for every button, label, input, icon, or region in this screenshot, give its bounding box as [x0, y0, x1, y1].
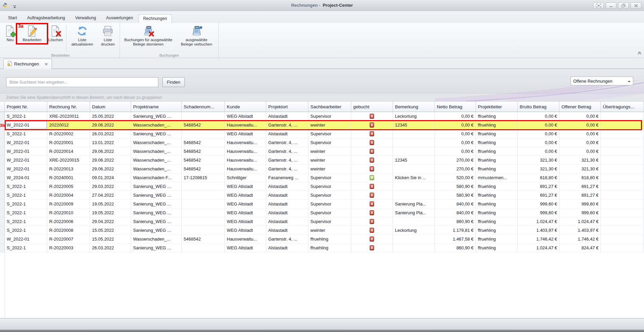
- table-row-highlighted[interactable]: 3bW_2022-012022001229.06.2022Wasserschad…: [0, 121, 644, 130]
- column-header-13[interactable]: Offener Betrag: [559, 101, 601, 112]
- grid-cell[interactable]: Wasserschaden_...: [131, 147, 182, 156]
- grid-cell[interactable]: [393, 130, 435, 138]
- grid-cell[interactable]: Alstastadt: [266, 209, 308, 217]
- grid-cell[interactable]: Hausverwaltu...: [225, 121, 266, 130]
- grid-cell[interactable]: ffruehling: [476, 147, 518, 156]
- grid-cell[interactable]: [601, 226, 644, 235]
- grid-cell[interactable]: 29.03.2022: [90, 182, 131, 191]
- grid-cell[interactable]: [393, 147, 435, 156]
- grid-cell[interactable]: Leckortung: [393, 112, 435, 121]
- grid-cell[interactable]: [601, 121, 644, 130]
- grid-cell[interactable]: 270,00 €: [435, 165, 476, 173]
- grid-cell[interactable]: 26.03.2022: [90, 130, 131, 138]
- grid-cell[interactable]: Sanierung_WEG ...: [131, 112, 182, 121]
- grid-cell[interactable]: Alstastadt: [266, 182, 308, 191]
- column-header-9[interactable]: Bemerkung: [393, 101, 435, 112]
- grid-cell[interactable]: [393, 244, 435, 252]
- grid-cell[interactable]: R-20220005: [47, 182, 90, 191]
- grid-cell[interactable]: 12345: [393, 121, 435, 130]
- grid-cell[interactable]: WEG Altstadt: [225, 200, 266, 209]
- table-row[interactable]: W_2022-01R-2022001429.06.2022Wasserschad…: [0, 147, 644, 156]
- minimize-button[interactable]: [606, 2, 616, 9]
- grid-cell[interactable]: Sanierung_WEG ...: [131, 200, 182, 209]
- grid-cell[interactable]: ffruehling: [476, 182, 518, 191]
- grid-cell[interactable]: [351, 191, 393, 200]
- grid-cell[interactable]: 999,60 €: [518, 200, 559, 209]
- grid-cell[interactable]: [601, 165, 644, 173]
- grid-cell[interactable]: [601, 235, 644, 244]
- grid-cell[interactable]: Hausverwaltu...: [225, 156, 266, 165]
- grid-cell[interactable]: 520,00 €: [435, 173, 476, 182]
- grid-cell[interactable]: Hausverwaltu...: [225, 165, 266, 173]
- grid-cell[interactable]: ffruehling: [476, 244, 518, 252]
- grid-cell[interactable]: ffruehling: [476, 209, 518, 217]
- grid-cell[interactable]: 29.06.2022: [90, 147, 131, 156]
- grid-cell[interactable]: 5468542: [182, 165, 225, 173]
- ribbon-tab-rechnungen[interactable]: Rechnungen: [139, 14, 172, 23]
- grid-cell[interactable]: [351, 209, 393, 217]
- neu-button[interactable]: Neu: [2, 24, 18, 42]
- grid-cell[interactable]: [351, 147, 393, 156]
- restore-button[interactable]: [618, 2, 629, 9]
- grid-cell[interactable]: wwinter: [308, 165, 351, 173]
- grid-cell[interactable]: R-20220004: [47, 191, 90, 200]
- grid-cell[interactable]: 26.03.2022: [90, 244, 131, 252]
- grid-cell[interactable]: ffruehling: [476, 200, 518, 209]
- table-row[interactable]: S_2022-1R-2022001019.05.2022Sanierung_WE…: [0, 209, 644, 217]
- grid-cell[interactable]: [351, 138, 393, 147]
- grid-cell[interactable]: 19.05.2022: [90, 200, 131, 209]
- grid-cell[interactable]: 580,90 €: [435, 191, 476, 200]
- belege-stornieren-button[interactable]: Buchungen für ausgewählte Belege stornie…: [121, 24, 176, 47]
- grid-cell[interactable]: 0,00 €: [435, 147, 476, 156]
- grid-cell[interactable]: 1.024,47 €: [518, 217, 559, 226]
- table-row[interactable]: W_2022-01R-2022000113.01.2022Wasserschad…: [0, 138, 644, 147]
- grid-cell[interactable]: 15.05.2022: [90, 235, 131, 244]
- grid-cell[interactable]: 19.05.2022: [90, 209, 131, 217]
- grid-cell[interactable]: Gartenstr. 4, ...: [266, 156, 308, 165]
- grid-cell[interactable]: Alstastadt: [266, 130, 308, 138]
- grid-cell[interactable]: 321,30 €: [518, 156, 559, 165]
- grid-cell[interactable]: Sanierung_WEG ...: [131, 191, 182, 200]
- tab-rechnungen[interactable]: Rechnungen ×: [3, 59, 52, 69]
- grid-cell[interactable]: [601, 182, 644, 191]
- grid-cell[interactable]: [601, 244, 644, 252]
- grid-cell[interactable]: ffruehling: [476, 156, 518, 165]
- grid-cell[interactable]: [182, 191, 225, 200]
- grid-cell[interactable]: 270,00 €: [435, 156, 476, 165]
- grid-cell[interactable]: Sanierung_WEG ...: [131, 217, 182, 226]
- grid-cell[interactable]: [351, 217, 393, 226]
- grid-cell[interactable]: 1.467,58 €: [435, 235, 476, 244]
- grid-cell[interactable]: [601, 156, 644, 165]
- column-header-1[interactable]: Rechnung Nr.: [47, 101, 90, 112]
- grid-cell[interactable]: WEG Altstadt: [225, 182, 266, 191]
- grid-cell[interactable]: [182, 112, 225, 121]
- grid-cell[interactable]: Alstastadt: [266, 217, 308, 226]
- grid-cell[interactable]: 618,80 €: [518, 173, 559, 182]
- grid-cell[interactable]: [351, 165, 393, 173]
- grid-cell[interactable]: Gartenstr. 4, ...: [266, 138, 308, 147]
- belege-verbuchen-button[interactable]: ausgewählte Belege verbuchen: [176, 24, 217, 47]
- grid-cell[interactable]: Leckortung: [393, 226, 435, 235]
- grid-cell[interactable]: [351, 235, 393, 244]
- grid-cell[interactable]: 1.403,97 €: [518, 226, 559, 235]
- grid-cell[interactable]: 29.06.2022: [90, 121, 131, 130]
- grid-cell[interactable]: Alstastadt: [266, 200, 308, 209]
- column-header-4[interactable]: Schadennum...: [182, 101, 225, 112]
- grid-cell[interactable]: [393, 191, 435, 200]
- grid-cell[interactable]: W_2022-01: [5, 165, 47, 173]
- grid-cell[interactable]: 29.04.2022: [90, 217, 131, 226]
- grid-cell[interactable]: 29.06.2022: [90, 165, 131, 173]
- grid-cell[interactable]: wwinter: [308, 226, 351, 235]
- grid-cell[interactable]: 0,00 €: [559, 138, 601, 147]
- grid-cell[interactable]: Supervisor: [308, 173, 351, 182]
- grid-cell[interactable]: Wasserschaden_...: [131, 165, 182, 173]
- grid-cell[interactable]: S_2022-1: [5, 191, 47, 200]
- grid-cell[interactable]: Wasserschaden_...: [131, 156, 182, 165]
- grid-cell[interactable]: 321,30 €: [559, 165, 601, 173]
- bearbeiten-button[interactable]: 3a Bearbeiten: [18, 24, 46, 42]
- grid-cell[interactable]: wwinter: [308, 147, 351, 156]
- grid-cell[interactable]: Wasserschaden_...: [131, 138, 182, 147]
- grid-cell[interactable]: wwinter: [308, 121, 351, 130]
- grid-cell[interactable]: S_2022-1: [5, 217, 47, 226]
- grid-cell[interactable]: 0,00 €: [435, 138, 476, 147]
